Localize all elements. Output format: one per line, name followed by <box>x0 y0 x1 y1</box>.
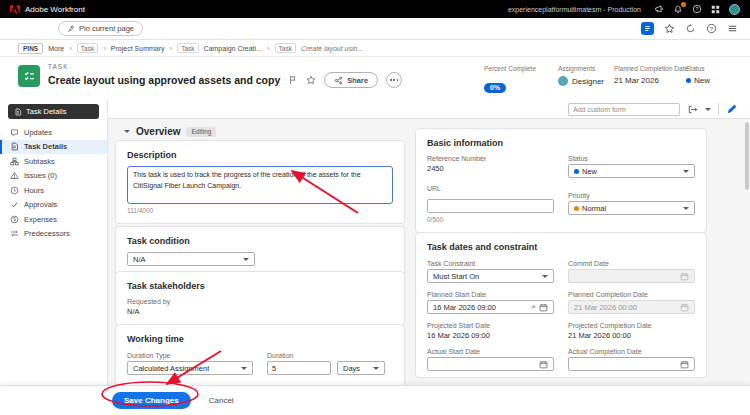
sidebar-item-predecessors[interactable]: Predecessors <box>0 227 107 242</box>
actual-completion-date-input[interactable] <box>568 357 695 371</box>
secondary-toolbar: Pin current page ? <box>0 18 750 40</box>
duration-input[interactable] <box>267 361 331 375</box>
flag-icon[interactable] <box>288 75 298 85</box>
svg-text:$: $ <box>13 217 16 222</box>
actual-start-label: Actual Start Date <box>427 348 554 355</box>
toolbar-divider <box>718 103 719 115</box>
recents-history-icon[interactable] <box>685 23 696 34</box>
projected-start-label: Projected Start Date <box>427 322 554 329</box>
notification-badge <box>681 2 686 7</box>
breadcrumb-campaign[interactable]: Campaign Creati... <box>204 45 262 52</box>
top-app-bar: Adobe Workfront experienceplatformultima… <box>0 0 750 18</box>
share-icon <box>334 76 343 85</box>
app-title: Adobe Workfront <box>25 5 85 14</box>
url-label: URL <box>427 185 554 192</box>
help-circle-icon[interactable]: ? <box>706 23 717 34</box>
sidebar-item-expenses[interactable]: $ Expenses <box>0 212 107 227</box>
description-card: Description This task is used to track t… <box>115 140 405 224</box>
sidebar-item-updates[interactable]: Updates <box>0 125 107 140</box>
save-changes-button[interactable]: Save Changes <box>112 392 191 409</box>
menu-icon[interactable] <box>727 23 738 34</box>
status-summary: Status New <box>686 65 710 85</box>
priority-label: Priority <box>568 192 695 199</box>
calendar-icon[interactable] <box>680 360 689 369</box>
nav-tooltip: Task Details <box>8 104 99 119</box>
task-object-icon <box>18 65 40 87</box>
custom-form-row <box>108 100 750 119</box>
sidebar-item-task-details[interactable]: Task Details <box>0 140 107 155</box>
calendar-icon[interactable] <box>539 360 548 369</box>
working-time-title: Working time <box>127 334 393 344</box>
task-constraint-select[interactable]: Must Start On <box>427 269 554 283</box>
user-avatar[interactable] <box>729 4 740 15</box>
assignee-name[interactable]: Designer <box>572 77 604 86</box>
apps-grid-icon[interactable] <box>711 5 720 14</box>
duration-label: Duration <box>267 352 393 359</box>
task-stakeholders-title: Task stakeholders <box>127 281 393 291</box>
favorite-task-star-icon[interactable] <box>306 75 316 85</box>
breadcrumb-separator <box>170 44 173 53</box>
status-select[interactable]: New <box>568 164 695 178</box>
requested-by-label: Requested by <box>127 298 393 305</box>
share-button[interactable]: Share <box>324 72 378 88</box>
breadcrumb-separator <box>69 44 72 53</box>
breadcrumb-current-page: Create layout usin... <box>301 45 363 52</box>
summary-panel-icon[interactable] <box>641 22 654 35</box>
hierarchy-icon <box>10 157 19 166</box>
announcements-icon[interactable] <box>654 4 664 14</box>
edit-pencil-icon[interactable] <box>726 103 738 115</box>
reference-number-label: Reference Number <box>427 155 554 162</box>
pin-current-page-button[interactable]: Pin current page <box>58 21 143 36</box>
priority-dot <box>574 206 579 211</box>
notifications-icon[interactable] <box>673 4 683 14</box>
export-icon[interactable] <box>687 104 698 115</box>
more-actions-button[interactable] <box>386 72 402 88</box>
favorite-star-icon[interactable] <box>664 23 675 34</box>
percent-complete-pill[interactable]: 0% <box>484 83 506 93</box>
clear-date-icon[interactable] <box>531 303 536 311</box>
description-textarea[interactable]: This task is used to track the progress … <box>127 166 393 204</box>
dollar-icon: $ <box>10 215 19 224</box>
breadcrumb-type-chip: Task <box>77 43 98 53</box>
status-value[interactable]: New <box>694 76 710 85</box>
projected-completion-label: Projected Completion Date <box>568 322 695 329</box>
sidebar-item-hours[interactable]: Hours <box>0 183 107 198</box>
planned-completion-summary: Planned Completion Date 21 Mar 2026 <box>614 65 688 85</box>
actual-start-date-input[interactable] <box>427 357 554 371</box>
description-char-counter: 111/4000 <box>127 207 393 214</box>
editing-badge: Editing <box>186 127 216 137</box>
help-icon[interactable]: ? <box>692 4 702 14</box>
description-card-title: Description <box>127 150 393 160</box>
vertical-scrollbar[interactable] <box>745 122 749 190</box>
duration-unit-select[interactable]: Days <box>337 361 385 375</box>
assignments-summary: Assignments Designer <box>558 65 604 86</box>
breadcrumb-more[interactable]: More <box>48 45 64 52</box>
sidebar-item-approvals[interactable]: Approvals <box>0 198 107 213</box>
save-bar: Save Changes Cancel <box>0 385 750 415</box>
project-code-chip[interactable]: PINS <box>18 43 43 54</box>
basic-information-title: Basic information <box>427 138 695 148</box>
sidebar-item-issues[interactable]: Issues (0) <box>0 169 107 184</box>
overview-section-header[interactable]: Overview Editing <box>124 126 216 137</box>
add-custom-form-input[interactable] <box>568 103 680 116</box>
chevron-down-icon <box>542 275 548 278</box>
duration-type-select[interactable]: Calculated Assignment <box>127 361 253 375</box>
planned-start-date-input[interactable]: 16 Mar 2026 09:00 <box>427 300 554 314</box>
chat-icon <box>10 128 19 137</box>
assignee-avatar[interactable] <box>558 76 568 86</box>
projected-completion-value: 21 Mar 2026 00:00 <box>568 331 695 340</box>
duration-type-label: Duration Type <box>127 352 253 359</box>
status-dot <box>686 78 691 83</box>
breadcrumb-project-summary[interactable]: Project Summary <box>111 45 165 52</box>
breadcrumb-separator <box>103 44 106 53</box>
calendar-icon[interactable] <box>539 303 548 312</box>
cancel-button[interactable]: Cancel <box>209 396 234 405</box>
commit-date-label: Commit Date <box>568 260 695 267</box>
url-char-counter: 0/500 <box>427 216 554 223</box>
sidebar-item-subtasks[interactable]: Subtasks <box>0 154 107 169</box>
priority-select[interactable]: Normal <box>568 201 695 215</box>
chevron-down-icon[interactable] <box>705 108 711 111</box>
breadcrumb-type-chip: Task <box>177 43 198 53</box>
task-condition-select[interactable]: N/A <box>127 252 255 266</box>
url-input[interactable] <box>427 199 554 213</box>
